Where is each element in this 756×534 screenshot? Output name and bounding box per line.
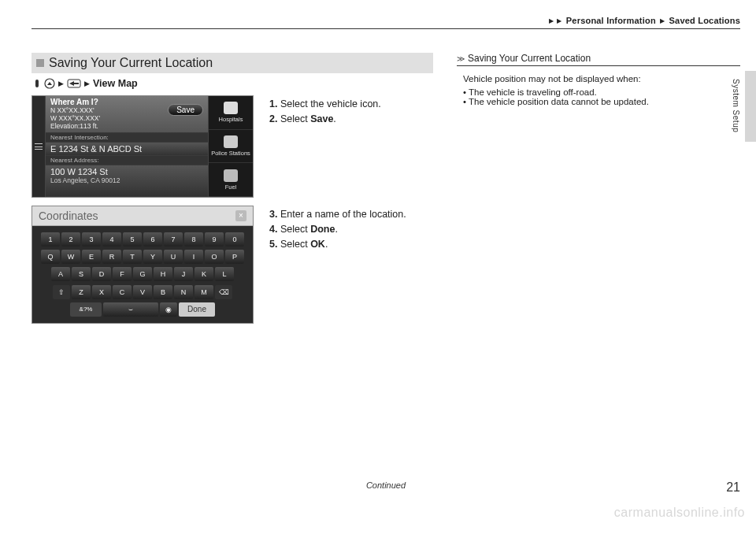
shift-key[interactable]: ⇧ [53, 285, 70, 299]
key[interactable]: G [133, 267, 152, 281]
svg-rect-0 [35, 80, 39, 87]
address-line-2: Los Angeles, CA 90012 [50, 176, 203, 184]
symbols-key[interactable]: &?% [70, 302, 102, 317]
keyboard-header: Coordinates × [32, 206, 253, 226]
key[interactable]: E [82, 250, 101, 264]
nearest-intersection[interactable]: E 1234 St & N ABCD St [46, 143, 208, 156]
step-num: 2. [269, 113, 277, 124]
side-tab-label: System Setup [732, 79, 740, 132]
hospital-icon [224, 102, 238, 114]
key[interactable]: C [113, 285, 132, 299]
key[interactable]: 5 [123, 232, 142, 247]
key[interactable]: D [92, 267, 111, 281]
key[interactable]: B [154, 285, 172, 299]
key[interactable]: Y [143, 250, 162, 264]
screenshot-keyboard: Coordinates × 1 2 3 4 5 6 7 8 [32, 206, 254, 324]
key[interactable]: T [123, 250, 142, 264]
backspace-key[interactable]: ⌫ [215, 285, 232, 299]
poi-police[interactable]: Police Stations [209, 130, 253, 164]
key[interactable]: U [164, 250, 183, 264]
triangle-icon: ▶ [660, 17, 665, 24]
key[interactable]: 3 [82, 232, 101, 247]
nav-path: ▶ ▶ View Map [32, 78, 433, 89]
steps-3-5: 3. Enter a name of the location. 4. Sele… [269, 206, 433, 324]
home-icon [44, 78, 55, 89]
page-header: ▶▶ Personal Information ▶ Saved Location… [32, 16, 740, 29]
tip-heading-text: Saving Your Current Location [468, 53, 591, 64]
key[interactable]: 7 [164, 232, 183, 247]
key[interactable]: 2 [61, 232, 80, 247]
save-button[interactable]: Save [168, 104, 203, 116]
key[interactable]: 4 [102, 232, 121, 247]
key[interactable]: M [195, 285, 213, 299]
key[interactable]: F [113, 267, 132, 281]
space-key[interactable]: ⌣ [103, 302, 158, 317]
header-crumb-2: Saved Locations [669, 16, 740, 25]
key[interactable]: P [225, 250, 244, 264]
watermark: carmanualsonline.info [614, 506, 745, 520]
key[interactable]: 9 [205, 232, 224, 247]
key[interactable]: R [102, 250, 121, 264]
key[interactable]: I [184, 250, 203, 264]
key[interactable]: O [205, 250, 224, 264]
key[interactable]: J [174, 267, 193, 281]
step-num: 1. [269, 98, 277, 109]
square-bullet-icon [36, 59, 44, 67]
tip-heading: ≫ Saving Your Current Location [457, 53, 740, 66]
key[interactable]: X [92, 285, 111, 299]
tips-column: ≫ Saving Your Current Location Vehicle p… [457, 53, 740, 332]
header-crumb-1: Personal Information [566, 16, 656, 25]
key[interactable]: Z [72, 285, 91, 299]
step-bold: Done [310, 224, 335, 235]
tip-bullet: The vehicle position data cannot be upda… [463, 97, 740, 106]
key[interactable]: S [72, 267, 91, 281]
poi-hospitals[interactable]: Hospitals [209, 96, 253, 130]
key-row: &?% ⌣ ◉ Done [34, 302, 251, 317]
key[interactable]: 8 [184, 232, 203, 247]
key-row: A S D F G H J K L [34, 267, 251, 281]
key[interactable]: W [61, 250, 80, 264]
poi-fuel[interactable]: Fuel [209, 163, 253, 197]
close-icon[interactable]: × [235, 210, 246, 221]
hand-icon [33, 78, 41, 89]
key[interactable]: 6 [143, 232, 162, 247]
mic-key[interactable]: ◉ [160, 302, 177, 317]
key[interactable]: L [215, 267, 234, 281]
key[interactable]: 0 [225, 232, 244, 247]
steps-1-2: 1. Select the vehicle icon. 2. Select Sa… [269, 95, 433, 198]
step-text: Select [280, 113, 310, 124]
tip-bullet: The vehicle is traveling off-road. [463, 87, 740, 97]
nav-path-view-map: View Map [93, 78, 138, 89]
elevation: Elevation:113 ft. [50, 122, 203, 130]
key[interactable]: Q [41, 250, 60, 264]
address-line-1: 100 W 1234 St [50, 167, 203, 176]
triangle-icon: ▶ [557, 17, 561, 24]
key-row: ⇧ Z X C V B N M ⌫ [34, 285, 251, 299]
keyboard-title: Coordinates [39, 210, 98, 222]
section-heading: Saving Your Current Location [32, 53, 433, 73]
step-text: Select the vehicle icon. [280, 98, 381, 109]
step-text: Enter a name of the location. [280, 209, 406, 220]
tip-intro: Vehicle position may not be displayed wh… [463, 72, 740, 86]
key[interactable]: 1 [41, 232, 60, 247]
triangle-icon: ▶ [84, 80, 90, 87]
key[interactable]: V [133, 285, 152, 299]
step-bold: OK [310, 239, 325, 250]
key[interactable]: H [154, 267, 172, 281]
menu-handle[interactable] [32, 96, 46, 197]
side-tab [745, 71, 756, 142]
triangle-icon: ▶ [549, 17, 554, 24]
done-key[interactable]: Done [179, 302, 215, 317]
page-footer: Continued 21 [32, 480, 740, 495]
key-row: Q W E R T Y U I O P [34, 250, 251, 264]
continued-label: Continued [366, 480, 406, 490]
key[interactable]: A [51, 267, 70, 281]
nearest-address[interactable]: 100 W 1234 St Los Angeles, CA 90012 [46, 165, 208, 197]
where-am-i-panel: Where Am I? N XX°XX.XXX' W XXX°XX.XXX' E… [46, 96, 208, 133]
key[interactable]: K [195, 267, 213, 281]
key[interactable]: N [174, 285, 193, 299]
step-num: 4. [269, 224, 277, 235]
nearest-intersection-label: Nearest Intersection: [46, 133, 208, 143]
triangle-icon: ▶ [58, 80, 64, 87]
screenshot-where-am-i: Where Am I? N XX°XX.XXX' W XXX°XX.XXX' E… [32, 95, 254, 198]
